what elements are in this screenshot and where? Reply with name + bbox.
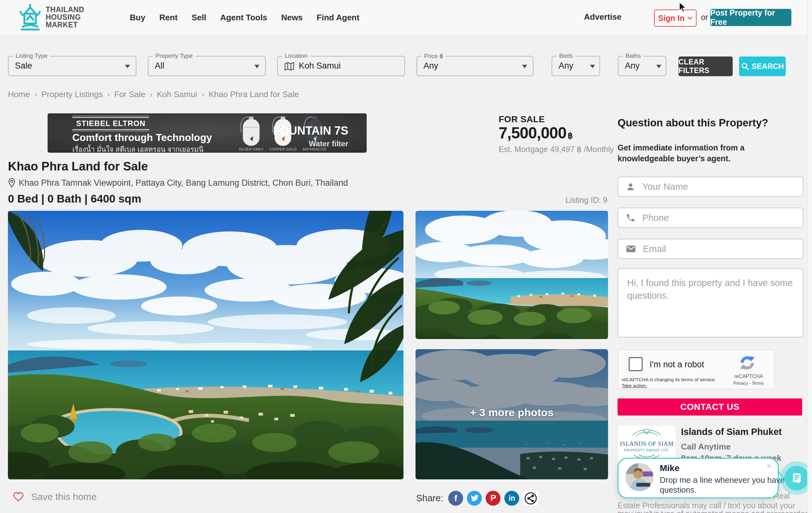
agent-name: Islands of Siam Phuket	[681, 427, 782, 437]
mouse-cursor	[678, 2, 688, 13]
share-linkedin-button[interactable]: in	[504, 491, 519, 506]
sign-in-label: Sign In	[658, 14, 685, 23]
header: THAILAND HOUSING MARKET Buy Rent Sell Ag…	[0, 0, 812, 35]
person-icon	[626, 182, 635, 191]
price-row: 7,500,000 ฿	[499, 124, 573, 142]
main-nav: Buy Rent Sell Agent Tools News Find Agen…	[130, 0, 359, 35]
recaptcha-checkbox[interactable]	[629, 357, 643, 371]
chat-message: Drop me a line whenever you have questio…	[660, 475, 787, 495]
address-text: Khao Phra Tamnak Viewpoint, Pattaya City…	[19, 178, 348, 188]
chat-agent-name: Mike	[660, 463, 679, 473]
recaptcha-label: I'm not a robot	[649, 360, 704, 370]
recaptcha-privacy-terms-links[interactable]: Privacy - Terms	[730, 381, 767, 386]
phone-field[interactable]	[617, 208, 804, 228]
share-generic-button[interactable]	[523, 491, 538, 506]
nav-sell[interactable]: Sell	[192, 13, 206, 23]
scrollbar[interactable]	[807, 0, 812, 513]
message-textarea[interactable]	[617, 268, 804, 338]
breadcrumb-koh-samui[interactable]: Koh Samui	[157, 89, 197, 99]
thumbnail-photo-1-image	[415, 211, 608, 339]
post-property-button[interactable]: Post Property for Free	[710, 9, 791, 26]
beds-label: Beds	[557, 52, 575, 59]
chevron-down-icon	[687, 17, 692, 20]
agent-logo-name: ISLANDS OF SIAM	[618, 440, 675, 447]
clear-filters-button[interactable]: CLEAR FILTERS	[678, 56, 733, 76]
baht-symbol: ฿	[568, 131, 573, 141]
price-label: Price ฿	[422, 52, 446, 60]
breadcrumb-current: Khao Phra Land for Sale	[208, 89, 299, 99]
bottle-label: COPPER GOLD	[269, 147, 296, 151]
breadcrumb-separator: ›	[107, 90, 110, 99]
site-logo[interactable]: THAILAND HOUSING MARKET	[20, 4, 84, 30]
facebook-icon: f	[454, 493, 457, 504]
breadcrumb-home[interactable]: Home	[8, 89, 30, 99]
ad-brand-logo: STIEBEL ELTRON	[72, 117, 149, 130]
chat-launcher-button[interactable]	[784, 466, 809, 490]
name-input[interactable]	[642, 181, 795, 192]
dropdown-arrow-icon	[254, 65, 259, 68]
search-button[interactable]: SEARCH	[739, 56, 786, 76]
sidebar-question-title: Question about this Property?	[617, 117, 768, 129]
property-type-label: Property Type	[153, 52, 195, 59]
advertise-link[interactable]: Advertise	[584, 12, 622, 22]
breadcrumb-for-sale[interactable]: For Sale	[114, 89, 145, 99]
phone-icon	[626, 213, 635, 222]
nav-buy[interactable]: Buy	[130, 13, 145, 23]
listing-id: Listing ID: 9	[501, 195, 607, 205]
thai-house-logo-icon	[20, 4, 40, 30]
location-input[interactable]: Location Koh Samui	[277, 56, 405, 76]
agent-logo-sub: PROPERTY GROUP LTD.	[618, 448, 675, 452]
location-pin-icon	[8, 178, 16, 188]
email-field[interactable]	[617, 239, 804, 259]
breadcrumb-separator: ›	[150, 90, 152, 99]
ad-banner[interactable]: STIEBEL ELTRON Comfort through Technolog…	[48, 113, 367, 153]
share-facebook-button[interactable]: f	[448, 491, 463, 506]
nav-news[interactable]: News	[281, 13, 302, 23]
baths-label: Baths	[623, 52, 644, 59]
map-icon	[284, 62, 294, 71]
name-field[interactable]	[617, 177, 804, 197]
ad-product-name: FOUNTAIN 7S	[273, 124, 348, 137]
more-photos-tile[interactable]: + 3 more photos	[415, 349, 608, 479]
nav-agent-tools[interactable]: Agent Tools	[220, 13, 267, 23]
agent-call-anytime: Call Anytime	[681, 442, 731, 452]
price-select[interactable]: Price ฿ Any	[416, 56, 533, 76]
sign-in-button[interactable]: Sign In	[654, 9, 697, 27]
page-title: Khao Phra Land for Sale	[8, 160, 148, 173]
recaptcha-brand: reCAPTCHA	[730, 374, 767, 379]
baths-select[interactable]: Baths Any	[618, 56, 666, 76]
share-pinterest-button[interactable]: P	[486, 491, 500, 506]
beds-select[interactable]: Beds Any	[552, 56, 600, 76]
dropdown-arrow-icon	[522, 65, 527, 68]
phone-input[interactable]	[642, 212, 795, 223]
mortgage-estimate: Est. Mortgage 49,497 ฿ /Monthly	[499, 145, 614, 154]
agent-avatar-image	[626, 463, 654, 491]
main-photo[interactable]	[8, 211, 403, 479]
recaptcha-take-action-link[interactable]: Take action.	[622, 383, 647, 388]
baths-value: Any	[625, 61, 640, 71]
breadcrumb-separator: ›	[34, 90, 37, 99]
heart-icon	[13, 492, 24, 502]
listing-type-value: Sale	[15, 61, 32, 71]
nav-rent[interactable]: Rent	[159, 13, 178, 23]
save-home-button[interactable]: Save this home	[13, 491, 97, 502]
email-input[interactable]	[642, 243, 795, 254]
breadcrumb-property-listings[interactable]: Property Listings	[41, 89, 103, 99]
recaptcha-widget: I'm not a robot reCAPTCHA Privacy - Term…	[618, 350, 774, 389]
chat-bubble[interactable]: Mike Drop me a line whenever you have qu…	[617, 458, 779, 498]
contact-us-button[interactable]: CONTACT US	[617, 398, 802, 415]
for-sale-badge: FOR SALE	[499, 114, 545, 125]
agent-avatar	[626, 463, 654, 491]
chat-close-icon[interactable]: ×	[766, 460, 772, 472]
email-icon	[626, 245, 636, 253]
share-twitter-button[interactable]	[467, 491, 482, 506]
listing-type-select[interactable]: Listing Type Sale	[8, 56, 136, 76]
search-icon	[741, 62, 749, 71]
specs-line: 0 Bed | 0 Bath | 6400 sqm	[8, 192, 141, 205]
chat-note-icon	[791, 472, 803, 484]
save-home-label: Save this home	[31, 491, 97, 502]
property-type-select[interactable]: Property Type All	[148, 56, 266, 76]
nav-find-agent[interactable]: Find Agent	[317, 13, 359, 23]
main-photo-image	[8, 211, 403, 479]
thumbnail-photo-1[interactable]	[415, 211, 608, 339]
